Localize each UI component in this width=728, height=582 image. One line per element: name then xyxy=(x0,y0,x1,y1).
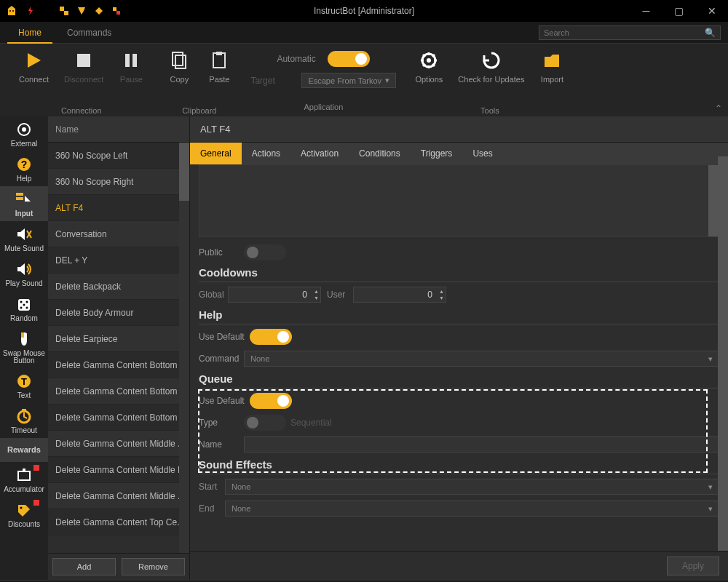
user-input[interactable]: 0▲▼ xyxy=(353,287,446,303)
svg-rect-2 xyxy=(60,7,64,11)
description-box[interactable] xyxy=(199,164,719,237)
sound-title: Sound Effects xyxy=(199,458,719,474)
sidebar-item-mute[interactable]: Mute Sound xyxy=(0,221,48,256)
queue-name-input[interactable] xyxy=(244,436,719,453)
sidebar-item-text[interactable]: TText xyxy=(0,368,48,403)
command-label: Command xyxy=(199,354,244,364)
start-label: Start xyxy=(199,482,225,492)
toolbar-icon-4[interactable] xyxy=(111,5,122,17)
svg-point-22 xyxy=(20,301,23,303)
apply-button[interactable]: Apply xyxy=(667,557,719,575)
svg-point-16 xyxy=(22,127,26,132)
list-item[interactable]: Delete Gamma Content Top Ce... xyxy=(48,509,189,535)
import-button[interactable]: Import xyxy=(534,47,570,85)
sidebar-item-discounts[interactable]: Discounts xyxy=(0,497,48,532)
start-select[interactable]: None▾ xyxy=(225,479,719,495)
global-input[interactable]: 0▲▼ xyxy=(228,287,321,303)
toolbar-icon-1[interactable] xyxy=(58,5,70,17)
check-updates-button[interactable]: Check for Updates xyxy=(452,47,530,85)
list-item[interactable]: Delete Gamma Content Bottom ... xyxy=(48,352,189,378)
public-toggle[interactable] xyxy=(244,244,286,260)
list-item[interactable]: Delete Gamma Content Bottom ... xyxy=(48,404,189,431)
menu-home[interactable]: Home xyxy=(7,22,52,44)
list-item[interactable]: Delete Body Armour xyxy=(48,300,189,326)
svg-rect-5 xyxy=(116,11,120,15)
list-header[interactable]: Name xyxy=(48,116,189,143)
command-select[interactable]: None▾ xyxy=(244,351,719,367)
plug-icon xyxy=(25,5,36,17)
sidebar-item-rewards[interactable]: Rewards xyxy=(0,438,48,462)
list-item[interactable]: Delete Gamma Content Middle L... xyxy=(48,457,189,483)
scrollbar[interactable] xyxy=(708,165,719,236)
group-tools: Tools xyxy=(480,106,499,116)
list-item[interactable]: DEL + Y xyxy=(48,247,189,274)
end-select[interactable]: None▾ xyxy=(225,501,719,517)
sidebar-item-help[interactable]: ?Help xyxy=(0,151,48,186)
ribbon-collapse-icon[interactable]: ⌃ xyxy=(715,103,722,113)
pause-button: Pause xyxy=(113,47,149,85)
paste-button[interactable]: Paste xyxy=(201,47,237,85)
help-default-toggle[interactable] xyxy=(250,329,292,345)
automatic-label: Automatic xyxy=(277,54,320,64)
sidebar-item-timeout[interactable]: Timeout xyxy=(0,403,48,438)
connect-button[interactable]: Connect xyxy=(13,47,55,85)
queue-default-label: Use Default xyxy=(199,396,250,406)
svg-text:?: ? xyxy=(21,159,28,170)
list-item[interactable]: 360 No Scope Left xyxy=(48,143,189,169)
svg-rect-8 xyxy=(132,54,137,67)
tab-uses[interactable]: Uses xyxy=(462,143,502,164)
tab-activation[interactable]: Activation xyxy=(290,143,349,164)
queue-type-toggle[interactable] xyxy=(244,415,286,431)
list-item[interactable]: ALT F4 xyxy=(48,195,189,221)
copy-button[interactable]: Copy xyxy=(161,47,197,85)
sidebar-item-input[interactable]: Input xyxy=(0,186,48,221)
tab-conditions[interactable]: Conditions xyxy=(349,143,411,164)
svg-rect-12 xyxy=(216,52,222,55)
toolbar-icon-2[interactable] xyxy=(76,5,87,17)
tab-actions[interactable]: Actions xyxy=(242,143,290,164)
automatic-toggle[interactable] xyxy=(328,51,370,67)
search-icon[interactable]: 🔍 xyxy=(705,28,716,38)
sidebar-item-random[interactable]: Random xyxy=(0,291,48,326)
user-label: User xyxy=(327,290,353,300)
minimize-button[interactable]: ─ xyxy=(630,0,662,22)
search-input[interactable] xyxy=(544,28,705,37)
list-item[interactable]: Delete Earpiece xyxy=(48,326,189,352)
svg-rect-20 xyxy=(16,197,23,200)
sidebar-item-external[interactable]: External xyxy=(0,116,48,151)
list-item[interactable]: Delete Backpack xyxy=(48,274,189,300)
tab-triggers[interactable]: Triggers xyxy=(411,143,463,164)
options-button[interactable]: Options xyxy=(409,47,448,85)
list-item[interactable]: Delete Gamma Content Middle ... xyxy=(48,431,189,457)
sidebar-item-swap[interactable]: Swap Mouse Button xyxy=(0,326,48,368)
tab-general[interactable]: General xyxy=(190,143,242,164)
list-item[interactable]: Delete Gamma Content Bottom ... xyxy=(48,378,189,404)
list-item[interactable]: Conversation xyxy=(48,221,189,247)
close-button[interactable]: ✕ xyxy=(695,0,728,22)
global-label: Global xyxy=(199,290,228,300)
scrollbar[interactable] xyxy=(179,143,189,553)
public-label: Public xyxy=(199,247,244,258)
group-clipboard: Clipboard xyxy=(182,106,216,116)
sidebar-item-play[interactable]: Play Sound xyxy=(0,256,48,291)
list-item[interactable]: 360 No Scope Right xyxy=(48,169,189,195)
target-label: Target xyxy=(250,76,294,86)
type-label: Type xyxy=(199,418,244,428)
svg-rect-7 xyxy=(125,54,130,67)
content-scrollbar[interactable] xyxy=(718,156,728,551)
remove-button[interactable]: Remove xyxy=(122,558,185,575)
sidebar-item-accumulator[interactable]: Accumulator xyxy=(0,462,48,497)
cooldowns-title: Cooldowns xyxy=(199,266,719,282)
target-dropdown[interactable]: Escape From Tarkov ▾ xyxy=(301,73,396,88)
search-box[interactable]: 🔍 xyxy=(539,25,721,40)
command-list[interactable]: 360 No Scope Left 360 No Scope Right ALT… xyxy=(48,143,189,553)
menu-commands[interactable]: Commands xyxy=(56,22,122,44)
maximize-button[interactable]: ▢ xyxy=(662,0,695,22)
svg-rect-31 xyxy=(22,409,26,411)
queue-default-toggle[interactable] xyxy=(250,393,292,409)
add-button[interactable]: Add xyxy=(52,558,116,575)
list-item[interactable]: Delete Gamma Content Middle ... xyxy=(48,483,189,509)
toolbar-icon-3[interactable] xyxy=(93,5,105,17)
app-icon xyxy=(6,5,17,17)
svg-point-0 xyxy=(9,10,11,12)
